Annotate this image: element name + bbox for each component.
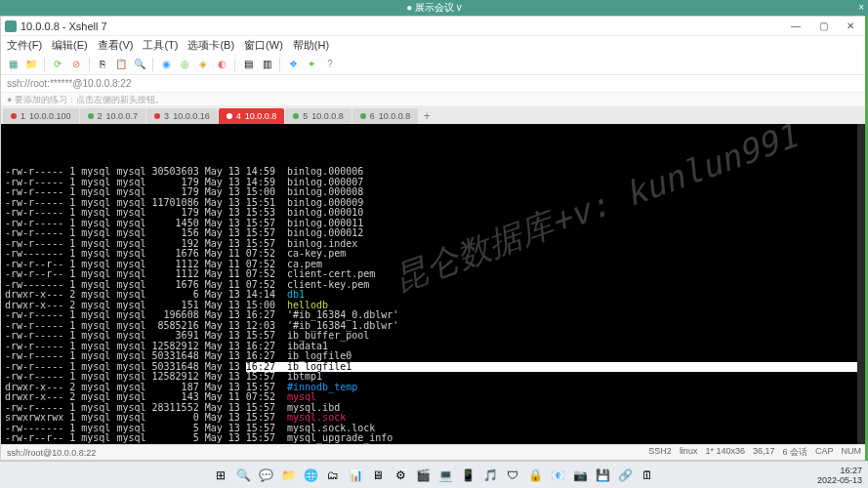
hint-row: ● 要添加的练习：点击左侧的新头按钮。 xyxy=(1,93,867,106)
file-name: binlog.000009 xyxy=(287,197,363,208)
status-segment: 1* 140x36 xyxy=(705,446,745,459)
session-tab[interactable]: 6 10.0.0.8 xyxy=(352,108,419,124)
file-listing-row: -rw-r----- 1 mysql mysql 3691 May 13 15:… xyxy=(5,331,863,342)
menu-item[interactable]: 选项卡(B) xyxy=(187,38,234,53)
maximize-button[interactable]: ▢ xyxy=(810,19,836,34)
file-listing-row: drwxr-x--- 2 mysql mysql 6 May 13 14:14 … xyxy=(5,290,863,301)
session-tab[interactable]: 1 10.0.0.100 xyxy=(3,108,79,124)
taskbar-app-icon[interactable]: 🎵 xyxy=(480,466,500,485)
copy-icon[interactable]: ⎘ xyxy=(95,57,110,72)
meeting-banner: ● 展示会议 v × xyxy=(0,0,868,16)
file-listing-row: srwxrwxrwx 1 mysql mysql 0 May 13 15:57 … xyxy=(5,444,863,445)
address-bar[interactable]: ssh://root:******@10.0.0.8:22 xyxy=(1,75,867,93)
taskbar-app-icon[interactable]: 🔍 xyxy=(233,466,253,485)
taskbar-app-icon[interactable]: 📊 xyxy=(346,466,365,485)
windows-taskbar: ⊞🔍💬📁🌐🗂📊🖥⚙🎬💻📱🎵🛡🔒📧📷💾🔗🗓 16:27 2022-05-13 xyxy=(0,461,868,488)
taskbar-app-icon[interactable]: 🗓 xyxy=(638,466,657,485)
file-name: client-cert.pem xyxy=(287,268,375,279)
taskbar-clock[interactable]: 16:27 2022-05-13 xyxy=(817,466,862,485)
taskbar-app-icon[interactable]: 🌐 xyxy=(301,466,320,485)
status-dot-icon xyxy=(227,113,232,119)
tool-icon-2[interactable]: ◎ xyxy=(177,57,192,72)
status-dot-icon xyxy=(88,113,94,119)
taskbar-app-icon[interactable]: 📱 xyxy=(458,466,477,485)
tab-label: 10.0.0.16 xyxy=(173,111,210,121)
menu-item[interactable]: 文件(F) xyxy=(7,38,42,53)
file-name: binlog.000008 xyxy=(287,186,363,197)
add-tab-button[interactable]: + xyxy=(419,108,434,124)
taskbar-app-icon[interactable]: ⊞ xyxy=(211,466,230,485)
session-tab[interactable]: 2 10.0.0.7 xyxy=(80,108,146,124)
disconnect-icon[interactable]: ⊘ xyxy=(68,57,84,72)
tab-label: 10.0.0.8 xyxy=(379,111,411,121)
session-tab[interactable]: 4 10.0.0.8 xyxy=(219,108,285,124)
file-name: ib_logfile0 xyxy=(287,350,351,361)
taskbar-app-icon[interactable]: 📧 xyxy=(548,466,567,485)
banner-close-icon[interactable]: × xyxy=(858,0,864,16)
file-name: ca-key.pem xyxy=(287,248,346,259)
tool-icon-6[interactable]: ▥ xyxy=(259,57,274,72)
taskbar-app-icon[interactable]: 🛡 xyxy=(503,466,522,485)
file-listing-row: -rw-r----- 1 mysql mysql 12582912 May 13… xyxy=(5,372,863,383)
file-name: binlog.000006 xyxy=(287,166,363,177)
tool-icon-8[interactable]: ✦ xyxy=(304,57,319,72)
taskbar-app-icon[interactable]: 🔗 xyxy=(615,466,635,485)
file-name: mysqlx.sock xyxy=(287,443,351,445)
app-icon xyxy=(5,20,17,32)
new-session-icon[interactable]: ▦ xyxy=(5,57,21,72)
taskbar-app-icon[interactable]: 📁 xyxy=(278,466,298,485)
file-name: mysql.sock xyxy=(287,412,346,423)
taskbar-app-icon[interactable]: ⚙ xyxy=(391,466,410,485)
status-segment: 36,17 xyxy=(753,446,775,459)
menu-item[interactable]: 查看(V) xyxy=(98,38,134,53)
menu-item[interactable]: 编辑(E) xyxy=(52,38,88,53)
file-listing-row: -rw------- 1 mysql mysql 1676 May 11 07:… xyxy=(5,249,863,260)
file-listing-row: -rw-r----- 1 mysql mysql 156 May 13 15:5… xyxy=(5,228,863,239)
taskbar-app-icon[interactable]: 📷 xyxy=(570,466,590,485)
terminal[interactable]: 昆仑数据库+v: kunlun991 -rw-r----- 1 mysql my… xyxy=(1,124,867,444)
session-tab[interactable]: 3 10.0.0.16 xyxy=(146,108,218,124)
tool-icon-5[interactable]: ▤ xyxy=(240,57,256,72)
file-name: mysql.ibd xyxy=(287,402,340,413)
file-name: db1 xyxy=(287,289,305,300)
menu-item[interactable]: 窗口(W) xyxy=(244,38,283,53)
paste-icon[interactable]: 📋 xyxy=(113,57,129,72)
taskbar-app-icon[interactable]: 💬 xyxy=(256,466,275,485)
taskbar-app-icon[interactable]: 💾 xyxy=(593,466,612,485)
file-listing-row: drwxr-x--- 2 mysql mysql 143 May 11 07:5… xyxy=(5,392,863,403)
session-tabs: 1 10.0.0.1002 10.0.0.73 10.0.0.164 10.0.… xyxy=(1,106,867,124)
taskbar-app-icon[interactable]: 🖥 xyxy=(368,466,388,485)
status-dot-icon xyxy=(293,113,299,119)
file-listing-row: -rw-r----- 1 mysql mysql 179 May 13 15:5… xyxy=(5,208,863,219)
file-name: ca.pem xyxy=(287,259,322,269)
file-name: mysql_upgrade_info xyxy=(287,432,393,443)
file-name: #innodb_temp xyxy=(287,382,357,392)
menu-item[interactable]: 帮助(H) xyxy=(293,38,329,53)
status-segment: SSH2 xyxy=(648,446,672,459)
tool-icon-7[interactable]: ❖ xyxy=(285,57,301,72)
taskbar-app-icon[interactable]: 🔒 xyxy=(525,466,545,485)
taskbar-app-icon[interactable]: 🗂 xyxy=(323,466,343,485)
file-name: ibdata1 xyxy=(287,341,328,351)
statusbar: ssh://root@10.0.0.8:22 SSH2linux1* 140x3… xyxy=(1,444,867,460)
status-segment: 6 会话 xyxy=(782,446,807,459)
status-dot-icon xyxy=(360,113,366,119)
taskbar-app-icon[interactable]: 🎬 xyxy=(413,466,433,485)
taskbar-app-icon[interactable]: 💻 xyxy=(435,466,455,485)
session-tab[interactable]: 5 10.0.0.8 xyxy=(285,108,351,124)
tool-icon-3[interactable]: ◈ xyxy=(195,57,211,72)
tab-label: 10.0.0.100 xyxy=(29,111,71,121)
tool-icon-4[interactable]: ◐ xyxy=(214,57,229,72)
reconnect-icon[interactable]: ⟳ xyxy=(50,57,65,72)
toolbar: ▦ 📁 ⟳ ⊘ ⎘ 📋 🔍 ◉ ◎ ◈ ◐ ▤ ▥ ❖ ✦ ? xyxy=(1,54,867,75)
file-name: binlog.000012 xyxy=(287,227,363,238)
find-icon[interactable]: 🔍 xyxy=(132,57,147,72)
file-listing-row: srwxrwxrwx 1 mysql mysql 0 May 13 15:57 … xyxy=(5,413,863,424)
close-button[interactable]: ✕ xyxy=(838,19,863,34)
open-icon[interactable]: 📁 xyxy=(23,57,39,72)
tool-icon-1[interactable]: ◉ xyxy=(158,57,174,72)
minimize-button[interactable]: — xyxy=(783,19,808,34)
help-icon[interactable]: ? xyxy=(322,57,338,72)
menu-item[interactable]: 工具(T) xyxy=(143,38,178,53)
file-listing-row: -rw-r--r-- 1 mysql mysql 5 May 13 15:57 … xyxy=(5,433,863,444)
